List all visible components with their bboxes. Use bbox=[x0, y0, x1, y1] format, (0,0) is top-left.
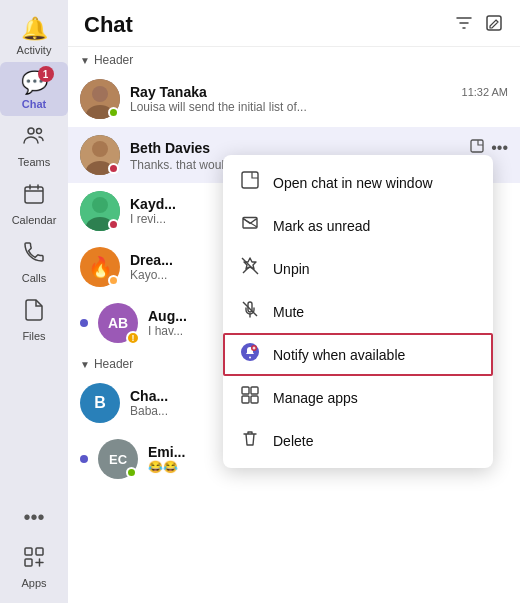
teams-icon bbox=[22, 124, 46, 154]
open-chat-window-icon bbox=[239, 170, 261, 195]
context-label-mark-unread: Mark as unread bbox=[273, 218, 370, 234]
sidebar-item-activity-label: Activity bbox=[17, 44, 52, 56]
files-icon bbox=[22, 298, 46, 328]
unpin-icon bbox=[239, 256, 261, 281]
main-panel: Chat ▼ Header bbox=[68, 0, 520, 603]
sidebar-item-calls-label: Calls bbox=[22, 272, 46, 284]
svg-rect-4 bbox=[36, 548, 43, 555]
sidebar-item-files[interactable]: Files bbox=[0, 290, 68, 348]
calendar-icon bbox=[22, 182, 46, 212]
sidebar: 🔔 Activity 💬 1 Chat Teams Calen bbox=[0, 0, 68, 603]
notify-icon bbox=[239, 342, 261, 367]
context-menu-open-chat[interactable]: Open chat in new window bbox=[223, 161, 493, 204]
sidebar-item-activity[interactable]: 🔔 Activity bbox=[0, 8, 68, 62]
sidebar-item-apps[interactable]: Apps bbox=[0, 537, 68, 595]
sidebar-item-calendar[interactable]: Calendar bbox=[0, 174, 68, 232]
context-menu-manage-apps[interactable]: Manage apps bbox=[223, 376, 493, 419]
context-label-notify: Notify when available bbox=[273, 347, 405, 363]
sidebar-item-chat-label: Chat bbox=[22, 98, 46, 110]
svg-point-1 bbox=[37, 129, 42, 134]
svg-rect-17 bbox=[242, 172, 258, 188]
calls-icon bbox=[22, 240, 46, 270]
context-overlay: Open chat in new window Mark as unread bbox=[68, 0, 520, 603]
context-label-unpin: Unpin bbox=[273, 261, 310, 277]
manage-apps-icon bbox=[239, 385, 261, 410]
apps-add-icon bbox=[22, 545, 46, 575]
svg-rect-27 bbox=[251, 387, 258, 394]
context-label-open-chat: Open chat in new window bbox=[273, 175, 433, 191]
chat-icon: 💬 1 bbox=[21, 70, 48, 96]
mute-icon bbox=[239, 299, 261, 324]
more-button[interactable]: ••• bbox=[0, 498, 68, 537]
context-label-delete: Delete bbox=[273, 433, 313, 449]
context-menu-mark-unread[interactable]: Mark as unread bbox=[223, 204, 493, 247]
context-menu: Open chat in new window Mark as unread bbox=[223, 155, 493, 468]
context-label-mute: Mute bbox=[273, 304, 304, 320]
sidebar-item-calls[interactable]: Calls bbox=[0, 232, 68, 290]
svg-point-24 bbox=[249, 357, 251, 359]
sidebar-item-teams[interactable]: Teams bbox=[0, 116, 68, 174]
context-menu-unpin[interactable]: Unpin bbox=[223, 247, 493, 290]
svg-rect-29 bbox=[251, 396, 258, 403]
context-label-manage-apps: Manage apps bbox=[273, 390, 358, 406]
sidebar-item-calendar-label: Calendar bbox=[12, 214, 57, 226]
delete-icon bbox=[239, 428, 261, 453]
svg-rect-26 bbox=[242, 387, 249, 394]
svg-point-0 bbox=[28, 128, 34, 134]
svg-rect-28 bbox=[242, 396, 249, 403]
sidebar-item-apps-label: Apps bbox=[21, 577, 46, 589]
svg-rect-5 bbox=[25, 559, 32, 566]
sidebar-item-chat[interactable]: 💬 1 Chat bbox=[0, 62, 68, 116]
sidebar-item-files-label: Files bbox=[22, 330, 45, 342]
context-menu-delete[interactable]: Delete bbox=[223, 419, 493, 462]
svg-rect-2 bbox=[25, 187, 43, 203]
mark-unread-icon bbox=[239, 213, 261, 238]
context-menu-mute[interactable]: Mute bbox=[223, 290, 493, 333]
context-menu-notify[interactable]: Notify when available bbox=[223, 333, 493, 376]
activity-icon: 🔔 bbox=[21, 16, 48, 42]
svg-rect-3 bbox=[25, 548, 32, 555]
more-icon: ••• bbox=[23, 506, 44, 529]
sidebar-item-teams-label: Teams bbox=[18, 156, 50, 168]
chat-badge: 1 bbox=[38, 66, 54, 82]
